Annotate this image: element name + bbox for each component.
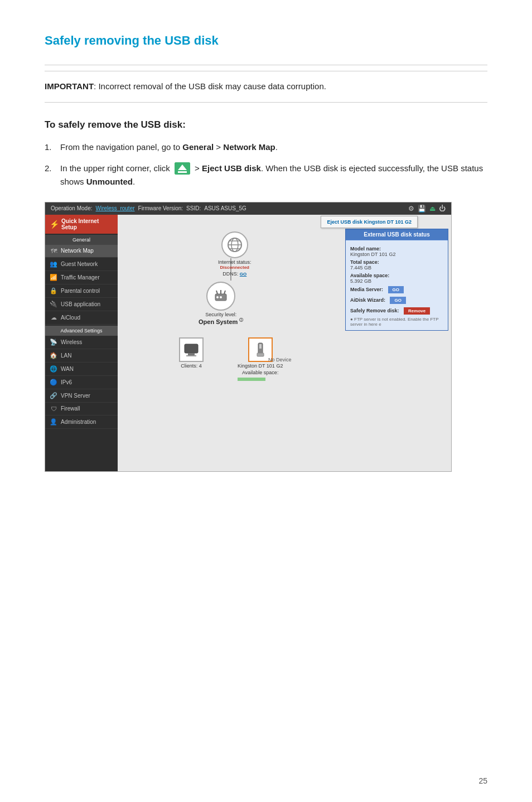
sidebar-item-wireless-label: Wireless: [61, 339, 82, 345]
router-node: Security level: Open System ⓘ: [199, 282, 243, 325]
eject-popup: Eject USB disk Kingston DT 101 G2: [321, 216, 418, 228]
fw-label: Firmware Version:: [138, 205, 183, 211]
internet-node: Internet status: Disconnected DDNS: GO: [218, 231, 252, 277]
sidebar-item-firewall[interactable]: 🛡 Firewall: [45, 403, 118, 416]
step-2-content: In the upper right corner, click > Eject…: [60, 162, 487, 189]
internet-status-label: Internet status:: [218, 259, 252, 265]
topbar-icon-power[interactable]: ⏻: [439, 205, 446, 212]
ddns-go-link[interactable]: GO: [240, 272, 246, 277]
logo-icon: ⚡: [50, 220, 59, 229]
aicloud-icon: ☁: [50, 314, 57, 321]
svg-rect-2: [178, 171, 187, 173]
lan-icon: 🏠: [50, 352, 57, 359]
svg-line-13: [224, 291, 225, 294]
sidebar-item-lan[interactable]: 🏠 LAN: [45, 349, 118, 363]
step-2-bold1: Eject USB disk: [202, 163, 261, 173]
svg-rect-18: [257, 353, 264, 356]
svg-point-9: [216, 296, 219, 298]
media-server-label: Media Server: GO: [350, 286, 443, 293]
available-space-label: Available space:: [350, 273, 443, 278]
wan-icon: 🌐: [50, 365, 57, 373]
important-box: IMPORTANT: Incorrect removal of the USB …: [45, 71, 487, 103]
network-map-icon: 🗺: [50, 248, 57, 254]
sidebar-item-ipv6[interactable]: 🔵 IPv6: [45, 376, 118, 389]
sidebar-item-administration-label: Administration: [61, 419, 96, 425]
router-topbar: Operation Mode: Wireless_router Firmware…: [45, 202, 451, 215]
sidebar-item-wan[interactable]: 🌐 WAN: [45, 363, 118, 376]
sidebar-item-vpn-server[interactable]: 🔗 VPN Server: [45, 389, 118, 403]
clients-node: Clients: 4: [179, 337, 204, 369]
security-value: Open System ⓘ: [199, 317, 243, 325]
section-subtitle: To safely remove the USB disk:: [45, 119, 487, 131]
aidisk-go-button[interactable]: GO: [390, 297, 405, 304]
usb-status-header: External USB disk status: [346, 229, 448, 240]
topbar-icon-save[interactable]: 💾: [418, 205, 426, 212]
topbar-icons: ⚙ 💾 ⏏ ⏻: [408, 205, 446, 212]
ssid-label: SSID:: [186, 205, 201, 211]
total-space-value: 7.445 GB: [350, 265, 443, 270]
step-2-bold2: Unmounted: [86, 177, 133, 186]
sidebar-item-network-map-label: Network Map: [61, 248, 94, 254]
sidebar-item-aicloud[interactable]: ☁ AiCloud: [45, 311, 118, 325]
sidebar-item-traffic-manager[interactable]: 📶 Traffic Manager: [45, 271, 118, 284]
svg-rect-14: [185, 344, 198, 353]
administration-icon: 👤: [50, 418, 57, 426]
sidebar-item-firewall-label: Firewall: [61, 405, 80, 412]
page-container: Safely removing the USB disk IMPORTANT: …: [0, 0, 532, 516]
step-2-prefix: In the upper right corner, click: [60, 163, 172, 173]
router-main: Eject USB disk Kingston DT 101 G2 Extern…: [118, 215, 451, 471]
topbar-icon-settings[interactable]: ⚙: [408, 205, 414, 212]
eject-icon: [175, 162, 190, 175]
sidebar-item-administration[interactable]: 👤 Administration: [45, 416, 118, 429]
step-1-bold1: General: [182, 142, 214, 152]
media-server-go-button[interactable]: GO: [388, 286, 404, 293]
model-name-label: Model name:: [350, 246, 443, 252]
svg-point-10: [220, 296, 222, 298]
usb-node-label: Kingston DT 101 G2: [238, 363, 283, 369]
sidebar-item-parental-control[interactable]: 🔒 Parental control: [45, 284, 118, 298]
step-2-mid: >: [195, 163, 202, 173]
step-1-mid: >: [214, 142, 223, 152]
sidebar-item-network-map[interactable]: 🗺 Network Map: [45, 245, 118, 258]
clients-label: Clients: 4: [179, 363, 204, 369]
eject-popup-title[interactable]: Eject USB disk Kingston DT 101 G2: [327, 219, 412, 225]
usb-available-label: Available space:: [238, 370, 283, 375]
svg-rect-19: [259, 344, 262, 349]
important-label: IMPORTANT: [45, 81, 94, 91]
svg-line-11: [216, 291, 217, 294]
available-space-value: 5.392 GB: [350, 278, 443, 284]
step-2-end: .: [133, 177, 135, 186]
model-name-value: Kingston DT 101 G2: [350, 252, 443, 257]
safely-remove-label: Safely Remove disk: Remove: [350, 307, 443, 315]
ipv6-icon: 🔵: [50, 379, 57, 386]
wireless-icon: 📡: [50, 339, 57, 346]
op-mode-value: Wireless_router: [96, 205, 135, 211]
firewall-icon: 🛡: [50, 405, 57, 412]
step-1: 1. From the navigation panel, go to Gene…: [45, 141, 487, 154]
page-title: Safely removing the USB disk: [45, 33, 487, 48]
router-screenshot: Operation Mode: Wireless_router Firmware…: [45, 202, 452, 472]
sidebar-item-usb-application-label: USB application: [61, 301, 100, 307]
sidebar-item-usb-application[interactable]: 🔌 USB application: [45, 298, 118, 311]
step-2: 2. In the upper right corner, click > Ej…: [45, 162, 487, 189]
sidebar-logo[interactable]: ⚡ Quick Internet Setup: [45, 215, 118, 234]
sidebar-item-guest-network[interactable]: 👥 Guest Network: [45, 258, 118, 271]
usb-status-panel: External USB disk status Model name: Kin…: [345, 229, 448, 331]
step-2-num: 2.: [45, 162, 60, 175]
clients-icon: [179, 337, 204, 362]
op-mode-label: Operation Mode:: [51, 205, 93, 211]
topbar-left: Operation Mode: Wireless_router Firmware…: [51, 205, 246, 211]
topbar-icon-eject[interactable]: ⏏: [429, 205, 436, 212]
remove-button[interactable]: Remove: [404, 307, 430, 315]
svg-rect-15: [188, 353, 195, 355]
sidebar-item-lan-label: LAN: [61, 352, 71, 359]
sidebar-general-header: General: [45, 235, 118, 245]
sidebar-item-ipv6-label: IPv6: [61, 379, 72, 385]
step-1-num: 1.: [45, 141, 60, 154]
security-superscript: ⓘ: [239, 318, 243, 322]
usb-status-body: Model name: Kingston DT 101 G2 Total spa…: [346, 240, 448, 330]
svg-rect-16: [186, 355, 196, 356]
sidebar-item-aicloud-label: AiCloud: [61, 315, 80, 321]
sidebar-item-wireless[interactable]: 📡 Wireless: [45, 336, 118, 349]
ftp-note: ● FTP server is not enabled. Enable the …: [350, 317, 443, 327]
